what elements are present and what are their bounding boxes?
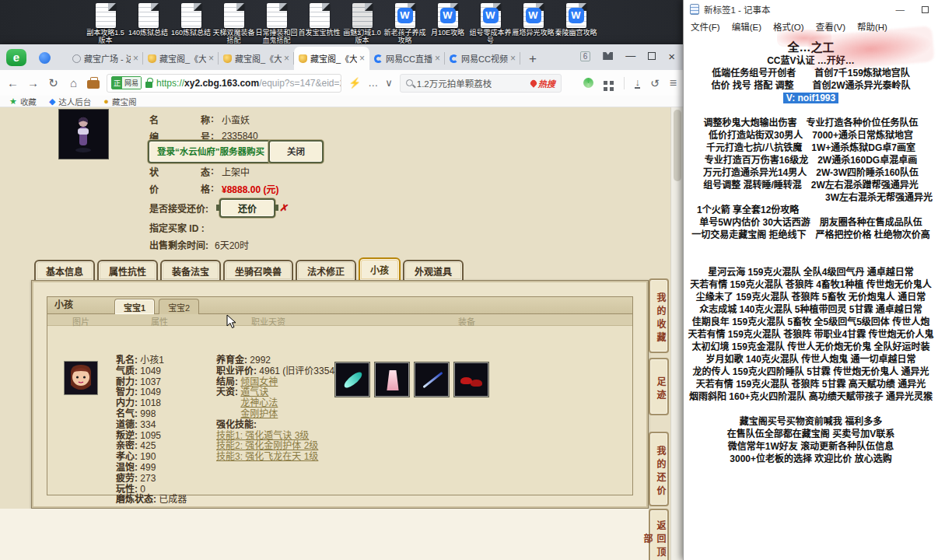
minimize-button[interactable]: — [625,52,635,60]
toolbar-right-icons: ↓ ↺ ≡ [583,76,677,90]
desktop-icon[interactable]: 组号零成本养号 [469,2,512,44]
notepad-maximize-button[interactable] [922,6,929,13]
talent-links: 遁气诀龙神心法金刚护体 [240,387,278,419]
new-tab-button[interactable]: + [522,48,544,70]
bookmark-item[interactable]: ◆ 达人后台 [49,96,91,107]
skin-theme-icon[interactable] [603,52,613,60]
undo-icon[interactable]: ↺ [650,77,660,89]
briefcase-icon[interactable] [87,80,100,89]
equipment-slot-icon[interactable] [375,362,409,397]
browser-logo-icon[interactable]: e [6,49,26,66]
sidebar-vertical-tab[interactable]: 我的还价 [649,432,669,506]
browser-toolbar: ← → ↻ ⌂ 正 网易 https://xy2.cbg.163.com/equ… [0,70,683,96]
browser-tab[interactable]: 藏宝广场 - 达… × [68,47,143,70]
detail-tab[interactable]: 小孩 [359,257,401,282]
detail-tab[interactable]: 属性抗性 [97,260,158,282]
child-portrait [64,361,98,395]
desktop-icon[interactable]: 日常捶装和回血鬼搭配 [255,2,298,44]
tab-close-icon[interactable]: × [510,53,516,64]
desktop-icon[interactable]: 画魅幻域1.0版本 [341,2,383,44]
site-cert-badge: 正 网易 [111,76,142,89]
tab-close-icon[interactable]: × [359,53,365,64]
desktop-icon[interactable]: 秦陵幽宫攻略 [555,2,597,44]
forward-button[interactable]: → [26,76,40,89]
notepad-menu-item[interactable]: 文件(F) [691,20,720,33]
detail-tab[interactable]: 装备法宝 [160,260,221,282]
desktop-icon[interactable]: 天梯双魔装备搭配 [212,2,255,44]
browser-account-icon[interactable] [39,52,51,64]
close-button[interactable]: × [668,50,675,63]
equipment-slot-icon[interactable] [415,362,449,397]
footer-button[interactable]: 关闭 [268,140,324,163]
tab-close-icon[interactable]: × [284,53,289,64]
baby-tab[interactable]: 宝宝2 [159,299,199,314]
reload-button[interactable]: ↻ [47,76,60,90]
detail-tab[interactable]: 外观道具 [403,260,464,282]
page-scrollbar[interactable] [670,107,683,560]
tab-close-icon[interactable]: × [133,53,138,64]
sidebar-vertical-tab[interactable]: 足迹 [649,358,669,415]
detail-tab[interactable]: 法术修正 [296,260,356,282]
bargain-label: 是否接受还价: [149,201,208,215]
address-bar[interactable]: 正 网易 https://xy2.cbg.163.com/equip?s=147… [107,74,341,93]
browser-tab[interactable]: 网易CC视频 × [445,47,520,70]
detail-tabs: 基本信息 属性抗性 装备法宝 坐骑召唤兽 法术修正 小孩 外观道具 [34,257,464,282]
desktop-icon[interactable]: 雁塔异光攻略 [512,2,555,44]
buyer-row: 指定买家 ID : [149,219,289,236]
notepad-minimize-button[interactable]: — [896,5,905,14]
scrollbar-thumb[interactable] [674,110,681,181]
browser-tab[interactable]: 藏宝阁_《大话… × [219,47,294,70]
back-button[interactable]: ← [6,76,19,89]
adblock-icon[interactable] [583,78,593,88]
chevron-down-icon[interactable]: ∨ [385,77,393,89]
footer-button[interactable]: 登录“水云仙府”服务器购买 [148,140,274,163]
talent-link[interactable]: 遁气诀 [240,387,278,398]
browser-tab[interactable]: 藏宝阁_《大话… × [294,47,369,70]
equipment-slot-icon[interactable] [454,362,488,397]
desktop-icon[interactable]: 140炼狱总结 [127,2,170,44]
lightning-icon[interactable]: ⚡ [348,77,361,89]
equipment-slot-icon[interactable] [335,362,369,397]
notepad-menu-item[interactable]: 编辑(E) [732,20,761,33]
download-icon[interactable]: ↓ [635,78,640,89]
more-dots-icon[interactable]: … [368,77,378,89]
talent-link[interactable]: 金刚护体 [240,409,278,420]
detail-tab[interactable]: 坐骑召唤兽 [223,260,293,282]
skill-link[interactable]: 技能2: 强化金刚护体 2级 [216,441,338,452]
notepad-line [686,241,936,254]
skill-link[interactable]: 技能3: 强化飞龙在天 1级 [216,452,338,463]
baby-tab[interactable]: 宝宝1 [114,299,155,314]
desktop-icons: 副本攻略1.5版本 140炼狱总结 160炼狱总结 天梯双魔装备搭配 日常捶装和… [84,2,613,44]
detail-tab[interactable]: 基本信息 [34,260,95,282]
column-headers: 图片 属性 职业天资 装备 [47,314,632,326]
desktop-icon[interactable]: 新老孩子养成攻略 [383,2,426,44]
desktop-icon[interactable]: 160炼狱总结 [170,2,212,44]
browser-tab[interactable]: 网易CC直播 × [369,47,445,70]
desktop-icon[interactable]: 副本攻略1.5版本 [84,2,127,44]
talent-link[interactable]: 龙神心法 [240,398,278,409]
panel-header: 小孩 宝宝1 宝宝2 [47,297,632,314]
desktop-icon[interactable]: 月10E攻略 [426,2,469,44]
tab-title: 藏宝阁_《大话… [159,52,206,65]
hot-search-badge[interactable]: 热搜 [530,77,555,89]
bookmark-item[interactable]: ★ 收藏 [9,96,37,107]
browser-tab[interactable]: 藏宝阁_《大话… × [143,47,219,70]
bargain-button[interactable]: 还价 [219,198,275,218]
character-sprite [59,110,108,159]
tab-title: 网易CC视频 [461,52,508,65]
desktop-icon[interactable]: 首发宝宝抗性 [298,2,341,44]
blocked-count-badge[interactable]: 6 [580,51,591,61]
notepad-titlebar[interactable]: 新标签1 - 记事本 — [684,0,938,19]
search-box[interactable]: 1.2万元拍单颗荔枝 热搜 [400,74,562,93]
apps-grid-icon[interactable] [604,81,607,85]
home-button[interactable]: ⌂ [67,76,80,89]
bookmark-item[interactable]: ● 藏宝阁 [103,96,136,107]
notepad-line: V: noif1993 [686,92,936,104]
notepad-text[interactable]: 全…之工 CC蓝V认证 …开好… 低端任务组号开创者 首创7千159炼狱地宫队 … [684,34,938,471]
maximize-button[interactable] [648,52,656,60]
tab-close-icon[interactable]: × [435,53,440,64]
sidebar-vertical-tab[interactable]: 返回顶部 [649,509,669,560]
tab-close-icon[interactable]: × [208,53,214,64]
menu-icon[interactable]: ≡ [670,76,677,90]
sidebar-vertical-tab[interactable]: 我的收藏 [649,278,669,353]
